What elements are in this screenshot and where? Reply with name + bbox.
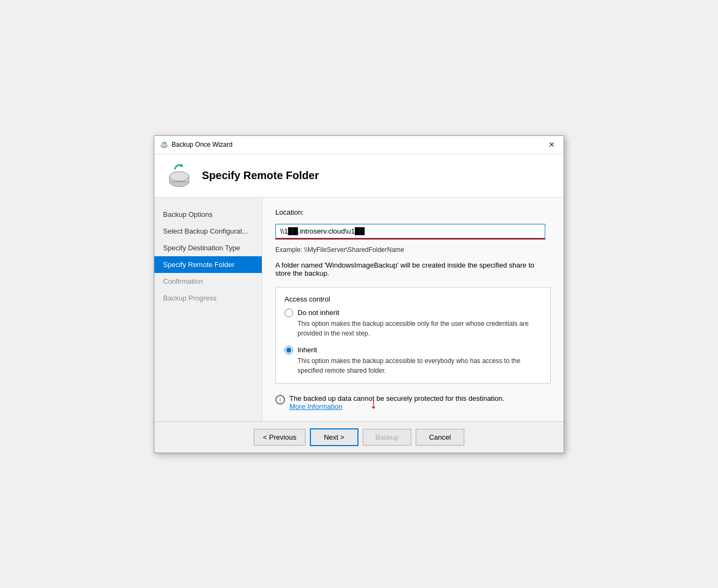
radio-inherit[interactable] [285, 346, 293, 354]
radio-desc-inherit: This option makes the backup accessible … [297, 356, 541, 375]
next-button[interactable]: Next > [310, 428, 358, 446]
info-notice: i The backed up data cannot be securely … [275, 394, 551, 411]
backup-folder-info: A folder named 'WindowsImageBackup' will… [275, 261, 551, 277]
sidebar-item-specify-remote-folder[interactable]: Specify Remote Folder [154, 256, 262, 273]
backup-button[interactable]: Backup [363, 429, 411, 446]
access-control-box: Access control Do not inherit This optio… [275, 287, 551, 384]
info-icon: i [275, 395, 285, 405]
sidebar-item-backup-progress: Backup Progress [154, 290, 262, 306]
content-area: Location: Example: \\MyFileServer\Shared… [262, 197, 564, 421]
svg-point-1 [161, 143, 167, 147]
window-title: Backup Once Wizard [172, 141, 233, 148]
location-error-underline [275, 238, 545, 240]
title-bar-left: Backup Once Wizard [160, 140, 233, 149]
radio-label-inherit[interactable]: Inherit [297, 346, 317, 354]
header-area: Specify Remote Folder [154, 154, 564, 197]
body-area: Backup Options Select Backup Configurat.… [154, 197, 564, 421]
location-input[interactable] [275, 224, 545, 238]
location-input-wrap [275, 224, 551, 240]
cancel-button[interactable]: Cancel [416, 429, 464, 446]
sidebar-item-backup-options[interactable]: Backup Options [154, 206, 262, 223]
radio-desc-do-not-inherit: This option makes the backup accessible … [297, 319, 541, 338]
titlebar-icon [160, 140, 168, 149]
radio-do-not-inherit[interactable] [285, 309, 293, 317]
sidebar-item-specify-destination-type[interactable]: Specify Destination Type [154, 240, 262, 256]
notice-text: The backed up data cannot be securely pr… [289, 394, 504, 402]
wizard-window: Backup Once Wizard ✕ Specify Remote Fold… [154, 135, 564, 453]
radio-label-do-not-inherit[interactable]: Do not inherit [297, 309, 339, 317]
radio-group: Do not inherit This option makes the bac… [285, 309, 541, 375]
arrow-indicator: ↓ [370, 396, 377, 411]
more-info-link[interactable]: More Information [289, 402, 342, 411]
svg-point-5 [170, 172, 189, 181]
title-bar: Backup Once Wizard ✕ [154, 136, 564, 154]
sidebar-item-confirmation: Confirmation [154, 273, 262, 290]
access-control-title: Access control [285, 295, 541, 303]
page-title: Specify Remote Folder [202, 169, 319, 182]
radio-item-do-not-inherit: Do not inherit This option makes the bac… [285, 309, 541, 338]
close-button[interactable]: ✕ [545, 138, 558, 151]
footer-area: ↓ < Previous Next > Backup Cancel [154, 421, 564, 453]
radio-item-inherit: Inherit This option makes the backup acc… [285, 346, 541, 375]
header-icon [165, 161, 193, 189]
location-label: Location: [275, 208, 551, 216]
previous-button[interactable]: < Previous [254, 429, 306, 446]
example-text: Example: \\MyFileServer\SharedFolderName [275, 246, 551, 254]
sidebar: Backup Options Select Backup Configurat.… [154, 197, 262, 421]
sidebar-item-select-backup-config[interactable]: Select Backup Configurat... [154, 223, 262, 240]
